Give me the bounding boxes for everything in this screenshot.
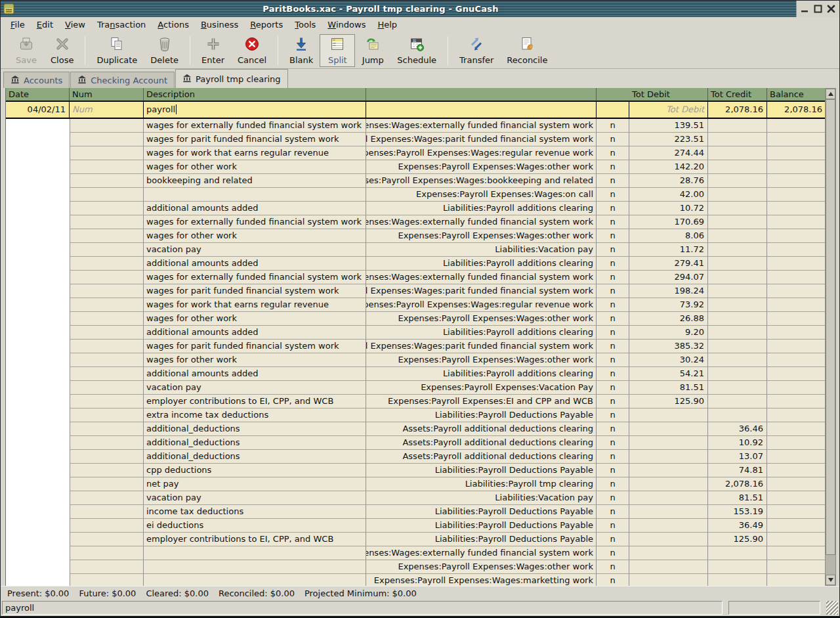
- split-action-cell[interactable]: [70, 408, 144, 422]
- split-action-cell[interactable]: [70, 188, 144, 202]
- split-account[interactable]: penses:Wages:externally funded financial…: [366, 119, 597, 133]
- scroll-down-button[interactable]: [826, 575, 835, 585]
- split-debit[interactable]: 42.00: [629, 188, 708, 202]
- split-debit[interactable]: 30.24: [629, 353, 708, 367]
- split-reconcile[interactable]: n: [597, 257, 629, 271]
- split-action-cell[interactable]: [70, 505, 144, 519]
- split-date-cell[interactable]: [6, 491, 70, 505]
- jump-button[interactable]: Jump: [355, 34, 390, 67]
- cancel-button[interactable]: Cancel: [231, 34, 273, 67]
- split-balance[interactable]: [767, 215, 825, 229]
- split-account[interactable]: penses:Wages:externally funded financial…: [366, 271, 597, 284]
- split-memo[interactable]: vacation pay: [144, 243, 366, 257]
- scrollbar-thumb[interactable]: [826, 99, 835, 555]
- tot-debit-cell[interactable]: Tot Debit: [629, 102, 708, 118]
- split-reconcile[interactable]: n: [597, 533, 629, 546]
- split-row[interactable]: net payLiabilities:Payroll tmp clearingn…: [6, 477, 825, 491]
- split-debit[interactable]: [629, 574, 708, 586]
- split-debit[interactable]: 10.72: [629, 202, 708, 215]
- split-action-cell[interactable]: [70, 395, 144, 408]
- split-account[interactable]: Liabilities:Vacation pay: [366, 491, 597, 505]
- split-reconcile[interactable]: n: [597, 284, 629, 298]
- split-row[interactable]: Expenses:Payroll Expenses:Wages:other wo…: [6, 560, 825, 574]
- split-memo[interactable]: [144, 560, 366, 574]
- split-reconcile[interactable]: n: [597, 188, 629, 202]
- split-account[interactable]: penses:Wages:externally funded financial…: [366, 215, 597, 229]
- split-balance[interactable]: [767, 257, 825, 271]
- split-balance[interactable]: [767, 243, 825, 257]
- split-debit[interactable]: [629, 505, 708, 519]
- vertical-scrollbar[interactable]: [825, 88, 836, 586]
- menu-business[interactable]: Business: [195, 18, 244, 32]
- split-reconcile[interactable]: n: [597, 340, 629, 353]
- split-account[interactable]: Liabilities:Payroll Deductions Payable: [366, 464, 597, 477]
- split-memo[interactable]: net pay: [144, 477, 366, 491]
- split-balance[interactable]: [767, 477, 825, 491]
- split-debit[interactable]: 73.92: [629, 298, 708, 312]
- split-row[interactable]: wages for externally funded financial sy…: [6, 119, 825, 133]
- split-memo[interactable]: ei deductions: [144, 519, 366, 533]
- split-debit[interactable]: 54.21: [629, 367, 708, 381]
- split-memo[interactable]: cpp deductions: [144, 464, 366, 477]
- split-account[interactable]: Assets:Payroll additional deductions cle…: [366, 436, 597, 450]
- split-reconcile[interactable]: n: [597, 574, 629, 586]
- split-balance[interactable]: [767, 340, 825, 353]
- split-reconcile[interactable]: n: [597, 436, 629, 450]
- split-reconcile[interactable]: n: [597, 519, 629, 533]
- split-date-cell[interactable]: [6, 381, 70, 395]
- split-balance[interactable]: [767, 533, 825, 546]
- split-date-cell[interactable]: [6, 546, 70, 560]
- split-date-cell[interactable]: [6, 519, 70, 533]
- split-row[interactable]: wages for other workExpenses:Payroll Exp…: [6, 229, 825, 243]
- scroll-up-button[interactable]: [826, 89, 835, 99]
- close-button[interactable]: [826, 3, 837, 14]
- split-reconcile[interactable]: n: [597, 505, 629, 519]
- split-balance[interactable]: [767, 574, 825, 586]
- menu-tools[interactable]: Tools: [289, 18, 322, 32]
- split-debit[interactable]: 274.44: [629, 146, 708, 160]
- split-credit[interactable]: [708, 326, 767, 340]
- split-action-cell[interactable]: [70, 215, 144, 229]
- split-debit[interactable]: 294.07: [629, 271, 708, 284]
- split-date-cell[interactable]: [6, 422, 70, 436]
- tab-payroll-tmp-clearing[interactable]: Payroll tmp clearing: [175, 69, 288, 88]
- split-balance[interactable]: [767, 326, 825, 340]
- split-reconcile[interactable]: n: [597, 243, 629, 257]
- split-memo[interactable]: additional amounts added: [144, 326, 366, 340]
- transaction-row[interactable]: 04/02/11 Num payroll Tot Debit 2,078.16 …: [6, 101, 825, 119]
- split-credit[interactable]: 36.49: [708, 519, 767, 533]
- split-date-cell[interactable]: [6, 312, 70, 326]
- split-debit[interactable]: [629, 477, 708, 491]
- split-action-cell[interactable]: [70, 381, 144, 395]
- split-date-cell[interactable]: [6, 326, 70, 340]
- split-date-cell[interactable]: [6, 436, 70, 450]
- split-account[interactable]: Liabilities:Payroll additions clearing: [366, 326, 597, 340]
- split-credit[interactable]: [708, 298, 767, 312]
- split-balance[interactable]: [767, 174, 825, 188]
- split-credit[interactable]: 10.92: [708, 436, 767, 450]
- split-date-cell[interactable]: [6, 243, 70, 257]
- split-memo[interactable]: additional_deductions: [144, 436, 366, 450]
- split-date-cell[interactable]: [6, 450, 70, 464]
- split-row[interactable]: wages for parit funded financial system …: [6, 133, 825, 146]
- split-action-cell[interactable]: [70, 422, 144, 436]
- split-credit[interactable]: 81.51: [708, 491, 767, 505]
- menu-view[interactable]: View: [59, 18, 91, 32]
- split-account[interactable]: Liabilities:Payroll Deductions Payable: [366, 519, 597, 533]
- split-account[interactable]: Liabilities:Payroll Deductions Payable: [366, 505, 597, 519]
- split-row[interactable]: additional_deductionsAssets:Payroll addi…: [6, 436, 825, 450]
- split-reconcile[interactable]: n: [597, 133, 629, 146]
- minimize-button[interactable]: [799, 3, 810, 14]
- split-date-cell[interactable]: [6, 574, 70, 586]
- split-row[interactable]: wages for other workExpenses:Payroll Exp…: [6, 353, 825, 367]
- split-balance[interactable]: [767, 491, 825, 505]
- split-date-cell[interactable]: [6, 174, 70, 188]
- split-memo[interactable]: wages for externally funded financial sy…: [144, 215, 366, 229]
- description-cell[interactable]: payroll: [144, 102, 366, 118]
- split-date-cell[interactable]: [6, 133, 70, 146]
- menu-edit[interactable]: Edit: [31, 18, 59, 32]
- split-balance[interactable]: [767, 464, 825, 477]
- split-memo[interactable]: income tax deductions: [144, 505, 366, 519]
- split-row[interactable]: additional_deductionsAssets:Payroll addi…: [6, 450, 825, 464]
- transfer-cell[interactable]: [366, 102, 597, 118]
